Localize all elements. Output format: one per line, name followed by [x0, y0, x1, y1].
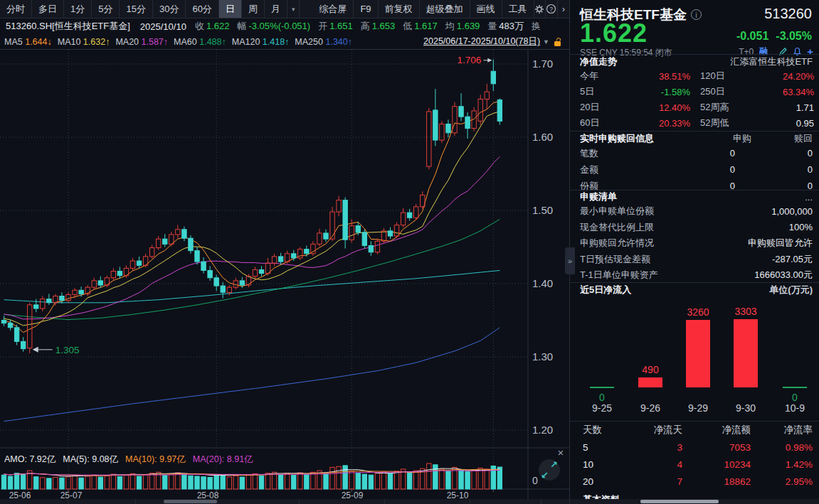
- unlock-icon[interactable]: [554, 38, 562, 46]
- date-range-selector[interactable]: 2025/06/17-2025/10/10(78日): [423, 36, 540, 48]
- amo-legend-item-1: MA(5): 9.08亿: [63, 454, 118, 463]
- amo-legend-item-2: MA(10): 9.97亿: [125, 454, 186, 463]
- svg-text:25-09: 25-09: [342, 490, 364, 499]
- tab-period-周[interactable]: 周: [242, 0, 265, 18]
- tab-period-多日[interactable]: 多日: [32, 0, 64, 18]
- bottom-tab-strip[interactable]: [0, 499, 819, 504]
- ma-legend-MA120: MA120 1.418↑: [232, 37, 290, 47]
- tab-period-5分[interactable]: 5分: [92, 0, 120, 18]
- amo-legend-item-3: MA(20): 8.91亿: [193, 454, 253, 463]
- panel-hscrollbar-thumb[interactable]: [640, 500, 719, 503]
- list-row-最小申赎单位份额: 最小申赎单位份额1,000,000: [570, 203, 819, 220]
- table-cell: 10: [583, 459, 620, 470]
- net-inflow-bar-chart: 09-254909-2632609-2933039-30010-9: [570, 296, 819, 421]
- ma-legend-MA250: MA250 1.340↑: [295, 37, 352, 47]
- quote-info-bar: 513260.SH[恒生科技ETF基金] 2025/10/10 收1.622幅-…: [0, 18, 569, 34]
- gear-icon[interactable]: [534, 0, 546, 18]
- toolbar-button-画线[interactable]: 画线: [470, 0, 502, 18]
- toolbar-button-超级叠加[interactable]: 超级叠加: [420, 0, 470, 18]
- tab-period-月[interactable]: 月: [265, 0, 287, 18]
- tab-period-15分[interactable]: 15分: [120, 0, 152, 18]
- candlestick-chart-svg[interactable]: 1.701.601.501.401.301.20025-0625-0725-08…: [0, 50, 569, 499]
- svg-text:25-10: 25-10: [447, 490, 469, 499]
- quote-date: 2025/10/10: [140, 21, 186, 32]
- list-row-申购赎回允许情况: 申购赎回允许情况申购赎回皆允许: [570, 235, 819, 252]
- stat-label: 60日: [580, 117, 623, 129]
- table-row[interactable]: 207188622.95%: [570, 473, 819, 490]
- toolbar-button-综合屏[interactable]: 综合屏: [312, 0, 354, 18]
- list-value: 申购赎回皆允许: [748, 237, 813, 250]
- net-inflow-unit: 单位(万元): [769, 284, 813, 296]
- ma-legend-MA10: MA10 1.632↑: [58, 37, 110, 47]
- stat-value: 1.71: [750, 102, 814, 113]
- chevron-down-icon[interactable]: ▾: [287, 0, 300, 18]
- subs-value-subscribe: 0: [665, 148, 735, 159]
- main-hscrollbar-thumb[interactable]: [164, 500, 217, 503]
- table-row[interactable]: 104102341.42%: [570, 456, 819, 473]
- stat-label: 今年: [580, 70, 623, 82]
- toolbar-button-前复权[interactable]: 前复权: [379, 0, 420, 18]
- bar-value: 3303: [724, 306, 767, 317]
- strip-divider: [299, 499, 300, 504]
- ma-legend-MA60: MA60 1.488↑: [174, 37, 226, 47]
- svg-text:1.305: 1.305: [56, 345, 80, 355]
- table-cell: 3: [620, 442, 682, 453]
- table-cell: 7053: [682, 442, 751, 453]
- tab-period-60分[interactable]: 60分: [186, 0, 218, 18]
- col-redeem: 赎回: [751, 132, 813, 145]
- panel-expander[interactable]: »: [565, 247, 575, 274]
- stat-value: 0.95: [750, 118, 814, 129]
- more-chevron-icon[interactable]: ›: [558, 0, 569, 18]
- tab-period-分时[interactable]: 分时: [0, 0, 32, 18]
- col-subscribe: 申购: [682, 132, 751, 145]
- list-row-T-1日单位申赎资产: T-1日单位申赎资产1666033.00元: [570, 267, 819, 284]
- quote-field-量: 量483万: [487, 21, 524, 31]
- candlestick-chart[interactable]: 1.701.601.501.401.301.20025-0625-0725-08…: [0, 50, 569, 499]
- net-inflow-table: 天数净流天净流额净流率5370530.98%104102341.42%20718…: [570, 421, 819, 490]
- stat-label: 20日: [580, 101, 623, 114]
- bar-value: 490: [629, 364, 672, 375]
- toolbar-button-工具[interactable]: 工具: [502, 0, 534, 18]
- table-row[interactable]: 5370530.98%: [570, 439, 819, 456]
- chevron-down-icon[interactable]: ▼: [543, 38, 549, 45]
- nav-stats-grid: 今年38.51%120日24.20%5日-1.58%250日63.34%20日1…: [570, 68, 819, 131]
- toolbar-button-F9[interactable]: F9: [354, 0, 378, 18]
- quote-field-开: 开1.651: [318, 21, 353, 31]
- bar-date: 9-25: [581, 402, 623, 414]
- tab-period-30分[interactable]: 30分: [153, 0, 186, 18]
- quote-field-幅: 幅-3.05%(-0.051): [237, 21, 310, 31]
- stat-value: -1.58%: [623, 87, 690, 97]
- list-value: 100%: [789, 222, 813, 232]
- inflow-bar: [734, 319, 758, 387]
- svg-text:1.30: 1.30: [532, 350, 553, 363]
- subs-label: 笔数: [580, 147, 665, 160]
- more-ellipsis[interactable]: ...: [805, 192, 813, 203]
- section-nav-trend[interactable]: 净值走势 汇添富恒生科技ETF: [570, 54, 819, 68]
- strip-divider: [135, 499, 136, 504]
- svg-text:1.70: 1.70: [532, 58, 553, 70]
- table-cell: 0.98%: [751, 442, 813, 453]
- quote-fields: 收1.622幅-3.05%(-0.051)开1.651高1.653低1.617均…: [195, 20, 551, 33]
- svg-text:1.706: 1.706: [458, 55, 482, 65]
- section-subs-list[interactable]: 申赎清单 ...: [570, 190, 819, 203]
- period-toolbar: 分时多日1分5分15分30分60分日周月▾综合屏F9前复权超级叠加画线工具?›: [0, 0, 569, 18]
- tab-period-日[interactable]: 日: [219, 0, 242, 18]
- subs-label: 金额: [580, 163, 665, 176]
- tab-period-1分[interactable]: 1分: [64, 0, 92, 18]
- bar-value: 3260: [677, 306, 719, 318]
- info-icon[interactable]: i: [691, 9, 702, 20]
- close-icon[interactable]: ×: [554, 446, 567, 459]
- expand-icon[interactable]: ↗↙: [539, 459, 560, 481]
- strip-divider: [68, 499, 68, 504]
- help-icon[interactable]: ?: [546, 0, 558, 18]
- stat-label: 52周低: [700, 117, 750, 129]
- subs-rows: 笔数00金额00份额00: [570, 145, 819, 194]
- bar-date: 9-26: [629, 402, 672, 414]
- table-header-净流率: 净流率: [751, 424, 813, 436]
- trading-app-window: 分时多日1分5分15分30分60分日周月▾综合屏F9前复权超级叠加画线工具?› …: [0, 0, 819, 504]
- quote-field-高: 高1.653: [361, 21, 396, 31]
- bar-date: 9-30: [724, 402, 767, 414]
- stat-label: 52周高: [700, 101, 750, 114]
- ma-legend-MA20: MA20 1.587↑: [115, 37, 168, 47]
- zero-line: [783, 387, 807, 388]
